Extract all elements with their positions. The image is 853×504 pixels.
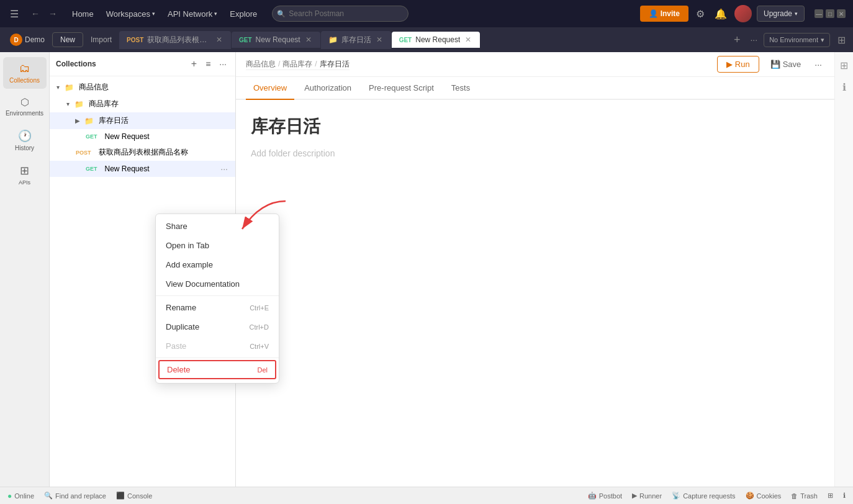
api-network-link[interactable]: API Network ▾: [163, 7, 222, 21]
sidebar-item-environments[interactable]: ⬡ Environments: [3, 91, 47, 122]
tab-close-btn[interactable]: ✕: [215, 35, 223, 44]
context-menu: Share Open in Tab Add example View Docum…: [155, 214, 279, 384]
close-btn[interactable]: ✕: [837, 9, 846, 18]
context-menu-open-tab[interactable]: Open in Tab: [156, 236, 279, 255]
titlebar-right: 👤 Invite ⚙ 🔔 Upgrade ▾ — □ ✕: [640, 5, 846, 22]
main-area: 🗂 Collections ⬡ Environments 🕐 History ⊞…: [0, 52, 853, 487]
env-selector-btn[interactable]: No Environment ▾: [764, 33, 830, 47]
status-trash[interactable]: 🗑 Trash: [791, 492, 818, 500]
folder-icon: 📁: [65, 83, 74, 92]
tab-folder-kucun[interactable]: 📁 库存日活 ✕: [321, 31, 391, 49]
new-btn[interactable]: New: [52, 32, 83, 47]
invite-btn[interactable]: 👤 Invite: [640, 6, 688, 22]
right-sidebar-info-btn[interactable]: ℹ: [840, 79, 849, 96]
minimize-btn[interactable]: —: [815, 9, 823, 18]
tree-item-label: 商品信息: [79, 82, 230, 92]
grid-icon: ⊞: [828, 492, 833, 500]
layout-btn[interactable]: ⊞: [835, 32, 848, 48]
context-menu-separator: [156, 295, 279, 296]
tab-authorization[interactable]: Authorization: [297, 77, 359, 100]
apis-icon: ⊞: [20, 164, 29, 178]
status-console[interactable]: ⬛ Console: [116, 492, 152, 500]
save-btn[interactable]: 💾 Save: [764, 56, 808, 72]
invite-icon: 👤: [649, 9, 658, 18]
context-menu-delete[interactable]: Delete Del: [158, 360, 276, 379]
avatar[interactable]: [734, 5, 752, 22]
env-arrow-icon: ▾: [821, 36, 824, 44]
status-grid[interactable]: ⊞: [828, 492, 833, 500]
tab-pre-request-script[interactable]: Pre-request Script: [361, 77, 441, 100]
notifications-btn[interactable]: 🔔: [712, 6, 729, 22]
tab-get-new-request-active[interactable]: GET New Request ✕: [392, 32, 481, 48]
context-menu-rename[interactable]: Rename Ctrl+E: [156, 298, 279, 317]
sidebar-item-label: Environments: [6, 110, 43, 117]
breadcrumb-part-1[interactable]: 商品信息: [246, 59, 276, 70]
sidebar-item-apis[interactable]: ⊞ APIs: [3, 159, 47, 191]
sidebar-item-collections[interactable]: 🗂 Collections: [3, 57, 47, 89]
info-icon: ℹ: [843, 492, 846, 500]
status-bar: ● Online 🔍 Find and replace ⬛ Console 🤖 …: [0, 487, 853, 504]
tab-close-btn[interactable]: ✕: [304, 35, 313, 44]
content-more-btn[interactable]: ···: [812, 57, 824, 72]
import-btn[interactable]: Import: [86, 33, 117, 47]
tree-item-more-btn[interactable]: ···: [218, 164, 230, 174]
status-find-replace[interactable]: 🔍 Find and replace: [44, 492, 106, 500]
tab-close-btn[interactable]: ✕: [464, 35, 472, 44]
breadcrumb-part-2[interactable]: 商品库存: [282, 59, 312, 70]
panel-add-btn[interactable]: +: [189, 57, 199, 71]
tree-item-req2[interactable]: POST 获取商品列表根据商品名称: [50, 144, 235, 161]
status-postbot[interactable]: 🤖 Postbot: [588, 492, 622, 500]
status-runner[interactable]: ▶ Runner: [632, 492, 662, 500]
tab-actions: + ···: [730, 32, 761, 48]
tab-overview[interactable]: Overview: [246, 77, 294, 100]
right-sidebar-btn-1[interactable]: ⊞: [837, 57, 851, 74]
tab-close-btn[interactable]: ✕: [375, 35, 384, 44]
status-cookies[interactable]: 🍪 Cookies: [746, 492, 782, 500]
context-menu-view-docs[interactable]: View Documentation: [156, 274, 279, 294]
console-icon: ⬛: [116, 492, 125, 500]
nav-back-btn[interactable]: ←: [29, 6, 42, 21]
settings-btn[interactable]: ⚙: [693, 6, 707, 22]
workspaces-link[interactable]: Workspaces ▾: [101, 7, 160, 21]
nav-forward-btn[interactable]: →: [46, 6, 60, 21]
status-online[interactable]: ● Online: [7, 492, 34, 500]
tab-overflow-btn[interactable]: ···: [746, 34, 761, 46]
tree-item-folder1[interactable]: ▾ 📁 商品库存: [50, 96, 235, 112]
context-menu-share[interactable]: Share: [156, 217, 279, 236]
content-tabs: Overview Authorization Pre-request Scrip…: [236, 77, 834, 100]
run-icon: ▶: [726, 60, 733, 69]
context-menu-add-example[interactable]: Add example: [156, 255, 279, 274]
home-link[interactable]: Home: [67, 7, 99, 21]
tab-add-btn[interactable]: +: [730, 32, 744, 48]
titlebar-left: ☰ ← → Home Workspaces ▾ API Network ▾ Ex…: [7, 6, 262, 22]
tree-item-req1[interactable]: GET New Request: [50, 129, 235, 144]
titlebar: ☰ ← → Home Workspaces ▾ API Network ▾ Ex…: [0, 0, 853, 27]
panel-sort-btn[interactable]: ≡: [203, 58, 213, 70]
tree-item-root[interactable]: ▾ 📁 商品信息: [50, 79, 235, 96]
context-menu-duplicate[interactable]: Duplicate Ctrl+D: [156, 317, 279, 336]
search-bar: 🔍: [272, 6, 408, 22]
top-bar: 商品信息 / 商品库存 / 库存日活 ▶ Run 💾 Save ···: [236, 52, 834, 77]
status-capture[interactable]: 📡 Capture requests: [672, 492, 735, 500]
tab-get-new-request[interactable]: GET New Request ✕: [232, 32, 320, 48]
folder-description[interactable]: Add folder description: [251, 148, 819, 158]
status-info[interactable]: ℹ: [843, 492, 846, 500]
panel-more-btn[interactable]: ···: [217, 58, 229, 70]
tab-tests[interactable]: Tests: [444, 77, 477, 100]
explore-link[interactable]: Explore: [225, 7, 262, 21]
breadcrumb-sep-1: /: [278, 60, 280, 68]
run-btn[interactable]: ▶ Run: [717, 56, 759, 73]
tree-item-req3[interactable]: GET New Request ···: [50, 161, 235, 177]
upgrade-btn[interactable]: Upgrade ▾: [757, 6, 805, 22]
workspaces-arrow-icon: ▾: [152, 11, 155, 17]
sidebar-item-label: History: [15, 145, 34, 151]
search-input[interactable]: [272, 6, 408, 22]
status-right: 🤖 Postbot ▶ Runner 📡 Capture requests 🍪 …: [588, 492, 846, 500]
workspace-dot: D: [10, 34, 22, 46]
tab-post-request[interactable]: POST 获取商品列表根据商品... ✕: [119, 31, 231, 49]
tree-item-label: 获取商品列表根据商品名称: [99, 147, 230, 158]
tree-item-folder2[interactable]: ▶ 📁 库存日活: [50, 112, 235, 129]
restore-btn[interactable]: □: [826, 9, 834, 18]
sidebar-item-history[interactable]: 🕐 History: [3, 124, 47, 156]
hamburger-menu-btn[interactable]: ☰: [7, 6, 21, 22]
